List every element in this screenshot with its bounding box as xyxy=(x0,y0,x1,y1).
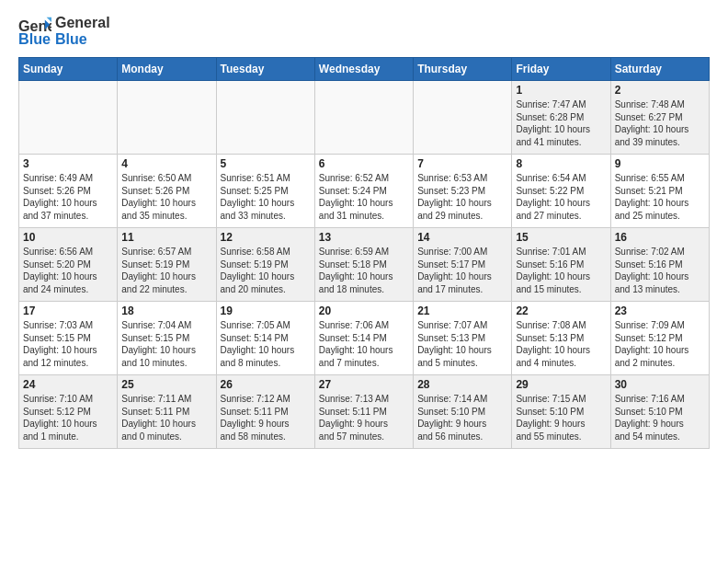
weekday-header-wednesday: Wednesday xyxy=(314,58,413,81)
day-number: 13 xyxy=(319,231,409,244)
day-number: 11 xyxy=(121,231,211,244)
day-number: 16 xyxy=(615,231,705,244)
week-row-3: 10Sunrise: 6:56 AM Sunset: 5:20 PM Dayli… xyxy=(19,228,710,302)
day-number: 2 xyxy=(615,84,705,97)
day-number: 29 xyxy=(516,378,606,391)
day-number: 5 xyxy=(221,157,311,170)
calendar-cell xyxy=(118,81,216,155)
day-info: Sunrise: 6:49 AM Sunset: 5:26 PM Dayligh… xyxy=(23,172,113,222)
day-info: Sunrise: 7:04 AM Sunset: 5:15 PM Dayligh… xyxy=(121,319,211,369)
day-number: 4 xyxy=(121,157,211,170)
calendar-cell xyxy=(314,81,413,155)
day-info: Sunrise: 6:52 AM Sunset: 5:24 PM Dayligh… xyxy=(319,172,409,222)
calendar-cell: 18Sunrise: 7:04 AM Sunset: 5:15 PM Dayli… xyxy=(118,302,216,375)
weekday-row: SundayMondayTuesdayWednesdayThursdayFrid… xyxy=(19,58,710,81)
day-info: Sunrise: 7:01 AM Sunset: 5:16 PM Dayligh… xyxy=(516,246,606,295)
week-row-2: 3Sunrise: 6:49 AM Sunset: 5:26 PM Daylig… xyxy=(19,155,710,228)
day-number: 22 xyxy=(516,304,606,317)
calendar-cell: 1Sunrise: 7:47 AM Sunset: 6:28 PM Daylig… xyxy=(512,81,610,155)
calendar-cell: 11Sunrise: 6:57 AM Sunset: 5:19 PM Dayli… xyxy=(118,228,216,302)
calendar-cell: 13Sunrise: 6:59 AM Sunset: 5:18 PM Dayli… xyxy=(314,228,413,302)
day-number: 26 xyxy=(221,378,311,391)
weekday-header-sunday: Sunday xyxy=(19,58,118,81)
calendar-cell xyxy=(216,81,314,155)
calendar-cell: 6Sunrise: 6:52 AM Sunset: 5:24 PM Daylig… xyxy=(314,155,413,228)
day-number: 25 xyxy=(121,378,211,391)
calendar-cell: 8Sunrise: 6:54 AM Sunset: 5:22 PM Daylig… xyxy=(512,155,610,228)
calendar-cell: 20Sunrise: 7:06 AM Sunset: 5:14 PM Dayli… xyxy=(314,302,413,375)
calendar-cell: 4Sunrise: 6:50 AM Sunset: 5:26 PM Daylig… xyxy=(118,155,216,228)
calendar-cell: 2Sunrise: 7:48 AM Sunset: 6:27 PM Daylig… xyxy=(610,81,709,155)
day-info: Sunrise: 6:53 AM Sunset: 5:23 PM Dayligh… xyxy=(417,172,507,222)
day-info: Sunrise: 6:58 AM Sunset: 5:19 PM Dayligh… xyxy=(221,246,311,295)
day-number: 24 xyxy=(23,378,113,391)
day-info: Sunrise: 7:03 AM Sunset: 5:15 PM Dayligh… xyxy=(23,319,113,369)
day-number: 7 xyxy=(417,157,507,170)
week-row-1: 1Sunrise: 7:47 AM Sunset: 6:28 PM Daylig… xyxy=(19,81,710,155)
day-number: 20 xyxy=(319,304,409,317)
calendar-cell: 23Sunrise: 7:09 AM Sunset: 5:12 PM Dayli… xyxy=(610,302,709,375)
calendar-cell: 5Sunrise: 6:51 AM Sunset: 5:25 PM Daylig… xyxy=(216,155,314,228)
calendar-cell: 3Sunrise: 6:49 AM Sunset: 5:26 PM Daylig… xyxy=(19,155,118,228)
day-number: 27 xyxy=(319,378,409,391)
day-info: Sunrise: 6:57 AM Sunset: 5:19 PM Dayligh… xyxy=(121,246,211,295)
day-info: Sunrise: 7:10 AM Sunset: 5:12 PM Dayligh… xyxy=(23,393,113,442)
calendar-cell: 16Sunrise: 7:02 AM Sunset: 5:16 PM Dayli… xyxy=(610,228,709,302)
day-number: 23 xyxy=(615,304,705,317)
svg-text:Blue: Blue xyxy=(18,30,51,47)
calendar-table: SundayMondayTuesdayWednesdayThursdayFrid… xyxy=(18,57,710,449)
calendar-cell: 27Sunrise: 7:13 AM Sunset: 5:11 PM Dayli… xyxy=(314,375,413,449)
logo-icon: General Blue xyxy=(18,15,51,48)
day-info: Sunrise: 7:15 AM Sunset: 5:10 PM Dayligh… xyxy=(516,393,606,442)
calendar-body: 1Sunrise: 7:47 AM Sunset: 6:28 PM Daylig… xyxy=(19,81,710,449)
day-info: Sunrise: 6:50 AM Sunset: 5:26 PM Dayligh… xyxy=(121,172,211,222)
day-info: Sunrise: 7:14 AM Sunset: 5:10 PM Dayligh… xyxy=(417,393,507,442)
day-number: 18 xyxy=(121,304,211,317)
calendar-cell: 24Sunrise: 7:10 AM Sunset: 5:12 PM Dayli… xyxy=(19,375,118,449)
day-number: 12 xyxy=(221,231,311,244)
logo-blue: Blue xyxy=(55,31,110,48)
day-number: 9 xyxy=(615,157,705,170)
day-number: 6 xyxy=(319,157,409,170)
day-info: Sunrise: 7:09 AM Sunset: 5:12 PM Dayligh… xyxy=(615,319,705,369)
calendar-cell: 10Sunrise: 6:56 AM Sunset: 5:20 PM Dayli… xyxy=(19,228,118,302)
calendar-cell: 29Sunrise: 7:15 AM Sunset: 5:10 PM Dayli… xyxy=(512,375,610,449)
day-info: Sunrise: 7:02 AM Sunset: 5:16 PM Dayligh… xyxy=(615,246,705,295)
calendar-cell xyxy=(19,81,118,155)
calendar-cell xyxy=(414,81,512,155)
week-row-4: 17Sunrise: 7:03 AM Sunset: 5:15 PM Dayli… xyxy=(19,302,710,375)
calendar-cell: 30Sunrise: 7:16 AM Sunset: 5:10 PM Dayli… xyxy=(610,375,709,449)
day-number: 30 xyxy=(615,378,705,391)
day-info: Sunrise: 7:13 AM Sunset: 5:11 PM Dayligh… xyxy=(319,393,409,442)
day-info: Sunrise: 6:54 AM Sunset: 5:22 PM Dayligh… xyxy=(516,172,606,222)
day-info: Sunrise: 7:08 AM Sunset: 5:13 PM Dayligh… xyxy=(516,319,606,369)
week-row-5: 24Sunrise: 7:10 AM Sunset: 5:12 PM Dayli… xyxy=(19,375,710,449)
day-number: 17 xyxy=(23,304,113,317)
calendar-cell: 17Sunrise: 7:03 AM Sunset: 5:15 PM Dayli… xyxy=(19,302,118,375)
day-info: Sunrise: 7:47 AM Sunset: 6:28 PM Dayligh… xyxy=(516,98,606,148)
day-number: 15 xyxy=(516,231,606,244)
logo-general: General xyxy=(55,15,110,31)
day-number: 1 xyxy=(516,84,606,97)
day-number: 21 xyxy=(417,304,507,317)
weekday-header-tuesday: Tuesday xyxy=(216,58,314,81)
day-info: Sunrise: 7:16 AM Sunset: 5:10 PM Dayligh… xyxy=(615,393,705,442)
day-info: Sunrise: 7:05 AM Sunset: 5:14 PM Dayligh… xyxy=(221,319,311,369)
day-info: Sunrise: 7:07 AM Sunset: 5:13 PM Dayligh… xyxy=(417,319,507,369)
calendar-cell: 28Sunrise: 7:14 AM Sunset: 5:10 PM Dayli… xyxy=(414,375,512,449)
weekday-header-monday: Monday xyxy=(118,58,216,81)
calendar-cell: 7Sunrise: 6:53 AM Sunset: 5:23 PM Daylig… xyxy=(414,155,512,228)
day-info: Sunrise: 6:56 AM Sunset: 5:20 PM Dayligh… xyxy=(23,246,113,295)
calendar-cell: 15Sunrise: 7:01 AM Sunset: 5:16 PM Dayli… xyxy=(512,228,610,302)
calendar-cell: 12Sunrise: 6:58 AM Sunset: 5:19 PM Dayli… xyxy=(216,228,314,302)
day-info: Sunrise: 6:59 AM Sunset: 5:18 PM Dayligh… xyxy=(319,246,409,295)
calendar-cell: 9Sunrise: 6:55 AM Sunset: 5:21 PM Daylig… xyxy=(610,155,709,228)
day-info: Sunrise: 6:51 AM Sunset: 5:25 PM Dayligh… xyxy=(221,172,311,222)
day-info: Sunrise: 7:11 AM Sunset: 5:11 PM Dayligh… xyxy=(121,393,211,442)
weekday-header-thursday: Thursday xyxy=(414,58,512,81)
calendar-cell: 22Sunrise: 7:08 AM Sunset: 5:13 PM Dayli… xyxy=(512,302,610,375)
day-info: Sunrise: 7:06 AM Sunset: 5:14 PM Dayligh… xyxy=(319,319,409,369)
day-number: 10 xyxy=(23,231,113,244)
page: General Blue General Blue SundayMondayTu… xyxy=(0,0,728,563)
weekday-header-saturday: Saturday xyxy=(610,58,709,81)
